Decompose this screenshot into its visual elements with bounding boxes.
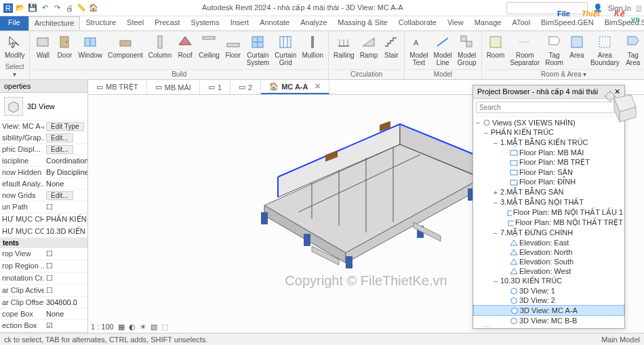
tree-node[interactable]: +2.MẶT BẰNG SÀN — [473, 187, 624, 197]
modify-tool[interactable]: Modify — [3, 33, 26, 62]
visual-style-icon[interactable]: ◐ — [129, 323, 136, 331]
tree-node[interactable]: +Legends — [473, 325, 624, 327]
property-row[interactable]: HƯ MỤC CON10.3D KIẾN TRÚC — [0, 226, 87, 238]
home-icon[interactable]: 🏠 — [88, 3, 99, 14]
property-row[interactable]: ar Clip Offset304800.0 — [0, 297, 87, 308]
close-tab-icon[interactable]: ✕ — [315, 82, 321, 91]
component-tool[interactable]: Component — [106, 33, 145, 69]
property-row[interactable]: HƯ MỤC CH...PHẦN KIẾN TR... — [0, 214, 87, 226]
tree-node[interactable]: 3D View: MC B-B — [473, 316, 624, 325]
door-tool[interactable]: Door — [54, 33, 75, 69]
redo-icon[interactable]: ↷ — [52, 3, 62, 14]
view-tab[interactable]: ▭MB TRỆT — [88, 80, 147, 94]
tag_room-tool[interactable]: TagRoom — [543, 33, 565, 69]
tree-node[interactable]: Floor Plan: ĐỈNH — [473, 177, 624, 187]
svg-rect-67 — [510, 150, 517, 155]
measure-icon[interactable]: 📏 — [76, 3, 87, 14]
tab-view[interactable]: View — [442, 16, 469, 31]
crop-icon[interactable]: ⬚ — [161, 323, 168, 331]
tab-analyze[interactable]: Analyze — [295, 16, 332, 31]
column-tool[interactable]: Column — [146, 33, 174, 69]
model_group-tool[interactable]: ModelGroup — [456, 33, 479, 69]
area-tool[interactable]: Area — [567, 33, 587, 69]
view-control-bar[interactable]: 1 : 100 ▦ ◐ ☀ ▧ ⬚ — [91, 321, 168, 333]
tab-structure[interactable]: Structure — [80, 16, 121, 31]
tree-node[interactable]: Floor Plan: SÂN — [473, 167, 624, 177]
undo-icon[interactable]: ↶ — [39, 3, 50, 14]
project-browser-search[interactable] — [476, 102, 622, 113]
tree-node[interactable]: Floor Plan: MB TRỆT — [473, 157, 624, 167]
tree-node[interactable]: −10.3D KIẾN TRÚC — [473, 276, 624, 286]
tab-precast[interactable]: Precast — [149, 16, 185, 31]
tab-insert[interactable]: Insert — [225, 16, 255, 31]
tag_area-tool[interactable]: TagArea — [623, 33, 643, 69]
tree-node[interactable]: −1.MẶT BẰNG KIẾN TRÚC — [473, 138, 624, 148]
roof-tool[interactable]: Roof — [175, 33, 195, 69]
edit-type-button[interactable]: Edit Type — [46, 122, 84, 131]
window-tool[interactable]: Window — [76, 33, 104, 69]
property-row[interactable]: ection Box☑ — [0, 320, 87, 332]
view-tab[interactable]: ▭MB MÁI — [147, 80, 200, 94]
curtain_grid-tool[interactable]: CurtainGrid — [273, 33, 298, 69]
save-icon[interactable]: 💾 — [27, 3, 38, 14]
main-model-label[interactable]: Main Model — [601, 336, 640, 344]
tree-node[interactable]: Elevation: South — [473, 257, 624, 266]
tree-node[interactable]: 3D View: 2 — [473, 296, 624, 305]
tab-manage[interactable]: Manage — [469, 16, 507, 31]
wall-tool[interactable]: Wall — [33, 33, 53, 69]
model_line-tool[interactable]: ModelLine — [432, 33, 454, 69]
tree-node[interactable]: 3D View: 1 — [473, 286, 624, 296]
open-icon[interactable]: 📂 — [15, 3, 26, 14]
tree-node[interactable]: −7.MẶT ĐỨNG CHÍNH — [473, 228, 624, 238]
property-row[interactable]: now Hidden ...By Discipline — [0, 167, 87, 178]
property-row[interactable]: cope BoxNone — [0, 308, 87, 320]
room-tool[interactable]: Room — [485, 33, 507, 69]
tab-massingsite[interactable]: Massing & Site — [332, 16, 393, 31]
print-icon[interactable]: 🖨 — [64, 3, 75, 14]
property-row[interactable]: sibility/Grap...Edit... — [0, 132, 87, 144]
property-row[interactable]: ar Clip Active☐ — [0, 285, 87, 297]
view-cube[interactable] — [601, 88, 643, 130]
tab-collaborate[interactable]: Collaborate — [393, 16, 442, 31]
detail-icon[interactable]: ▦ — [118, 323, 125, 331]
stair-tool[interactable]: Stair — [381, 33, 401, 69]
property-row[interactable]: efault Analy...None — [0, 178, 87, 190]
railing-tool[interactable]: Railing — [331, 33, 357, 69]
tree-node[interactable]: Elevation: West — [473, 266, 624, 276]
property-row[interactable]: isciplineCoordination — [0, 155, 87, 167]
property-row[interactable]: now GridsEdit... — [0, 190, 87, 201]
floor-tool[interactable]: Floor — [223, 33, 243, 69]
property-row[interactable]: rop View☐ — [0, 248, 87, 260]
room_sep-tool[interactable]: RoomSeparator — [508, 33, 542, 69]
tree-node[interactable]: Floor Plan: MB NỘI THẤT LẦU 1 — [473, 207, 624, 218]
tab-steel[interactable]: Steel — [121, 16, 149, 31]
property-row[interactable]: phic Displ...Edit... — [0, 144, 87, 155]
property-row[interactable]: un Path☐ — [0, 201, 87, 214]
tree-node[interactable]: Elevation: East — [473, 238, 624, 247]
mullion-tool[interactable]: Mullion — [300, 33, 325, 69]
tree-node[interactable]: −3.MẶT BẰNG NỘI THẤT — [473, 197, 624, 207]
tab-atool[interactable]: ATool — [506, 16, 536, 31]
property-row[interactable]: nnotation Cr...☐ — [0, 272, 87, 285]
scale-label[interactable]: 1 : 100 — [91, 323, 114, 331]
curtain_system-tool[interactable]: CurtainSystem — [245, 33, 271, 69]
property-row[interactable]: rop Region ...☐ — [0, 260, 87, 272]
tree-node[interactable]: Floor Plan: MB NỘI THẤT TRỆT — [473, 218, 624, 228]
ramp-tool[interactable]: Ramp — [358, 33, 380, 69]
tab-architecture[interactable]: Architecture — [28, 16, 81, 31]
view-tab[interactable]: 🏠MC A-A✕ — [261, 80, 329, 94]
tree-node[interactable]: Elevation: North — [473, 247, 624, 257]
sun-icon[interactable]: ☀ — [140, 323, 146, 331]
tab-annotate[interactable]: Annotate — [254, 16, 295, 31]
tree-node[interactable]: Floor Plan: MB MÁI — [473, 148, 624, 157]
tab-file[interactable]: File — [0, 16, 28, 31]
view-tab[interactable]: ▭1 — [200, 80, 230, 94]
model_text-tool[interactable]: AModelText — [407, 33, 430, 69]
curtain_grid-icon — [277, 34, 294, 50]
tree-node[interactable]: 3D View: MC A-A — [473, 305, 624, 316]
ceiling-tool[interactable]: Ceiling — [197, 33, 222, 69]
tab-systems[interactable]: Systems — [185, 16, 224, 31]
view-tab[interactable]: ▭2 — [230, 80, 261, 94]
area_boundary-tool[interactable]: AreaBoundary — [588, 33, 622, 69]
shadows-icon[interactable]: ▧ — [150, 323, 157, 331]
